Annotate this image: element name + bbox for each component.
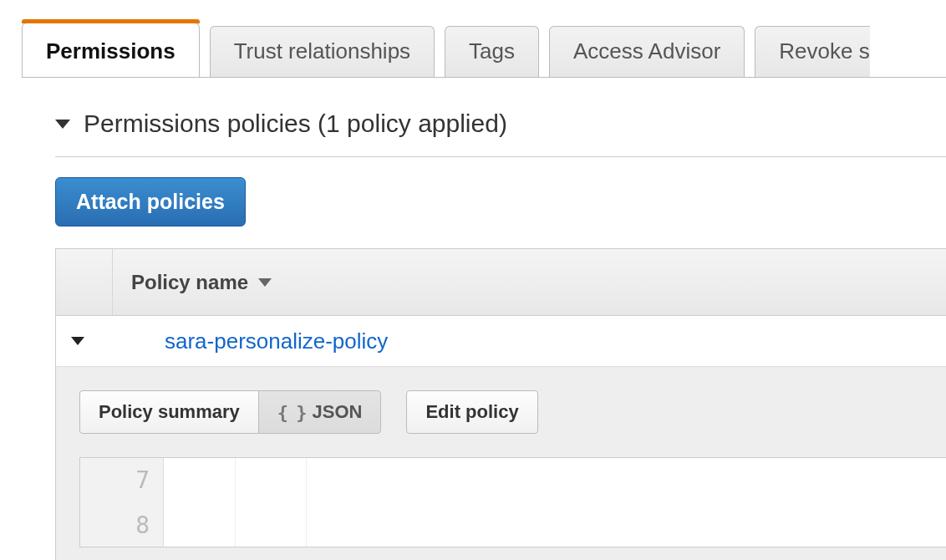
tab-revoke-sessions[interactable]: Revoke s bbox=[755, 26, 869, 77]
policies-table: Policy name sara-personalize-policy Poli… bbox=[55, 248, 946, 560]
column-policy-name[interactable]: Policy name bbox=[113, 271, 272, 294]
sort-caret-icon bbox=[258, 278, 272, 287]
row-expand-caret-icon[interactable] bbox=[71, 337, 84, 345]
tabs-strip: Permissions Trust relationships Tags Acc… bbox=[0, 0, 946, 77]
policy-summary-button[interactable]: Policy summary bbox=[79, 390, 258, 434]
indent-guide bbox=[235, 458, 236, 547]
edit-policy-button[interactable]: Edit policy bbox=[406, 390, 537, 434]
code-gutter: 7 8 bbox=[80, 458, 164, 547]
policy-detail-panel: Policy summary { } JSON Edit policy 7 8 … bbox=[56, 366, 946, 560]
policy-json-viewer: 7 8 "Resource": "arn:aws:logs:us-west-2:… bbox=[79, 457, 946, 547]
attach-policies-button[interactable]: Attach policies bbox=[55, 177, 246, 227]
permissions-policies-title: Permissions policies (1 policy applied) bbox=[84, 109, 507, 138]
tab-access-advisor[interactable]: Access Advisor bbox=[549, 26, 745, 77]
permissions-panel: Permissions policies (1 policy applied) … bbox=[0, 78, 946, 560]
tab-trust-relationships[interactable]: Trust relationships bbox=[210, 26, 435, 77]
permissions-policies-header: Permissions policies (1 policy applied) bbox=[55, 98, 946, 157]
tab-tags[interactable]: Tags bbox=[445, 26, 539, 77]
braces-icon: { } bbox=[277, 402, 306, 423]
tab-permissions[interactable]: Permissions bbox=[22, 23, 200, 77]
json-button[interactable]: { } JSON bbox=[258, 390, 382, 434]
view-toggle-group: Policy summary { } JSON bbox=[79, 390, 381, 434]
indent-guide bbox=[306, 458, 307, 547]
policy-name-link[interactable]: sara-personalize-policy bbox=[165, 328, 388, 354]
column-expander bbox=[56, 249, 113, 315]
column-policy-name-label: Policy name bbox=[131, 271, 248, 294]
gutter-line-number: 7 bbox=[80, 458, 150, 503]
code-area[interactable]: "Resource": "arn:aws:logs:us-west-2: }, bbox=[164, 458, 946, 547]
gutter-line-number: 8 bbox=[80, 503, 150, 547]
caret-down-icon[interactable] bbox=[55, 120, 70, 129]
json-button-label: JSON bbox=[313, 401, 363, 423]
policies-table-header: Policy name bbox=[56, 249, 946, 316]
policy-detail-buttons: Policy summary { } JSON Edit policy bbox=[79, 390, 946, 434]
policy-row: sara-personalize-policy bbox=[56, 316, 946, 366]
